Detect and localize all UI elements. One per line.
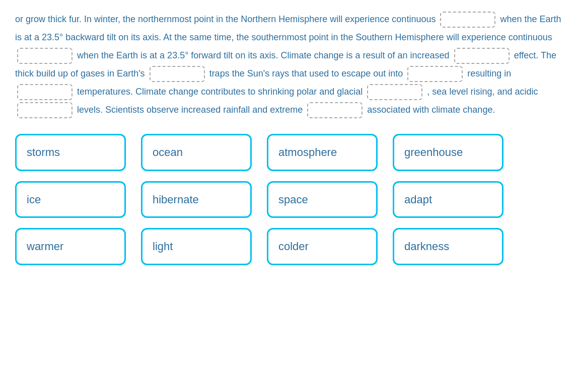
blank-5[interactable] (407, 66, 463, 82)
passage-text-10: associated with climate change. (367, 105, 495, 115)
blank-7[interactable] (367, 84, 422, 100)
passage: or grow thick fur. In winter, the northe… (15, 10, 562, 119)
blank-3[interactable] (454, 48, 510, 64)
word-tile-light[interactable]: light (141, 228, 252, 265)
word-tile-greenhouse[interactable]: greenhouse (393, 134, 503, 171)
word-tile-ice[interactable]: ice (15, 181, 126, 218)
passage-text-3: when the Earth is at a 23.5° forward til… (77, 50, 450, 60)
blank-6[interactable] (17, 84, 73, 100)
word-bank: stormsoceanatmospheregreenhouseicehibern… (15, 134, 562, 265)
word-tile-adapt[interactable]: adapt (393, 181, 503, 218)
passage-text-6: resulting in (467, 68, 511, 79)
word-tile-ocean[interactable]: ocean (141, 134, 252, 171)
blank-8[interactable] (17, 102, 73, 118)
word-tile-hibernate[interactable]: hibernate (141, 181, 252, 218)
word-tile-atmosphere[interactable]: atmosphere (267, 134, 378, 171)
word-tile-space[interactable]: space (267, 181, 378, 218)
word-tile-colder[interactable]: colder (267, 228, 378, 265)
word-tile-warmer[interactable]: warmer (15, 228, 126, 265)
passage-text-5: traps the Sun's rays that used to escape… (209, 68, 403, 79)
blank-1[interactable] (440, 12, 495, 28)
word-tile-darkness[interactable]: darkness (393, 228, 503, 265)
blank-2[interactable] (17, 48, 73, 64)
passage-text-8: , sea level rising, and acidic (427, 87, 538, 97)
passage-text-1: or grow thick fur. In winter, the northe… (15, 14, 436, 24)
passage-text-9: levels. Scientists observe increased rai… (77, 105, 303, 115)
word-tile-storms[interactable]: storms (15, 134, 126, 171)
passage-text-7: temperatures. Climate change contributes… (77, 87, 363, 97)
blank-4[interactable] (150, 66, 205, 82)
blank-9[interactable] (307, 102, 363, 118)
